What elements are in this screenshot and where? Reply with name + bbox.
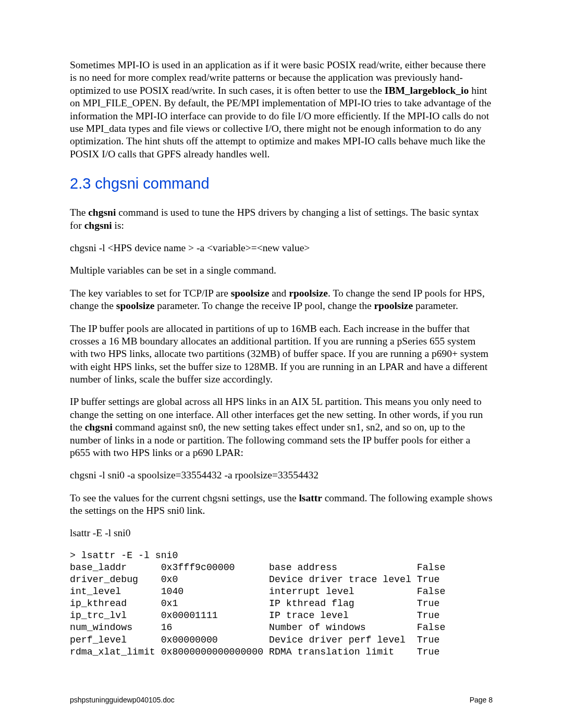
text: command against sn0, the new setting tak… <box>70 422 470 458</box>
command-lsattr: lsattr -E -l sni0 <box>70 527 493 539</box>
paragraph-ip-buffer-pools: The IP buffer pools are allocated in par… <box>70 323 493 386</box>
bold-term-ibm-largeblock-io: IBM_largeblock_io <box>385 85 469 96</box>
page-footer: pshpstuningguidewp040105.doc Page 8 <box>70 696 493 705</box>
bold-term-rpoolsize: rpoolsize <box>289 288 328 299</box>
heading-chgsni-command: 2.3 chgsni command <box>70 174 493 193</box>
bold-term-rpoolsize: rpoolsize <box>374 300 413 311</box>
footer-filename: pshpstuningguidewp040105.doc <box>70 696 175 705</box>
command-syntax: chgsni -l <HPS device name > -a <variabl… <box>70 242 493 254</box>
text: parameter. To change the receive IP pool… <box>154 300 374 311</box>
text: The key variables to set for TCP/IP are <box>70 288 231 299</box>
paragraph-lsattr-desc: To see the values for the current chgsni… <box>70 492 493 517</box>
bold-term-lsattr: lsattr <box>299 492 322 503</box>
text: To see the values for the current chgsni… <box>70 492 299 503</box>
lsattr-output: > lsattr -E -l sni0 base_laddr 0x3fff9c0… <box>70 550 493 658</box>
footer-page-number: Page 8 <box>470 696 493 705</box>
paragraph-multiple-vars: Multiple variables can be set in a singl… <box>70 264 493 277</box>
text: hint on MPI_FILE_OPEN. By default, the P… <box>70 85 491 159</box>
paragraph-key-variables: The key variables to set for TCP/IP are … <box>70 287 493 313</box>
bold-term-spoolsize: spoolsize <box>116 300 155 311</box>
text: is: <box>112 220 124 231</box>
bold-term-chgsni: chgsni <box>85 422 113 433</box>
command-example-chgsni: chgsni -l sni0 -a spoolsize=33554432 -a … <box>70 469 493 482</box>
text: and <box>269 288 289 299</box>
text: command is used to tune the HPS drivers … <box>70 207 479 230</box>
text: The <box>70 207 88 218</box>
paragraph-ip-buffer-global: IP buffer settings are global across all… <box>70 396 493 459</box>
text: parameter. <box>413 300 458 311</box>
bold-term-chgsni: chgsni <box>88 207 116 218</box>
bold-term-spoolsize: spoolsize <box>231 288 270 299</box>
paragraph-intro: Sometimes MPI-IO is used in an applicati… <box>70 59 493 161</box>
paragraph-chgsni-desc: The chgsni command is used to tune the H… <box>70 206 493 232</box>
bold-term-chgsni: chgsni <box>84 220 112 231</box>
